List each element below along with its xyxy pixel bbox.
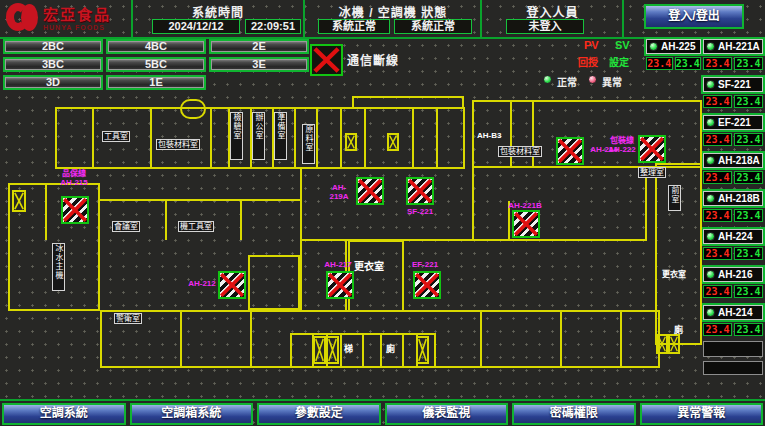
empty-unit-slot [703, 361, 763, 375]
unit-led-icon [706, 118, 715, 127]
stair-x-icon [345, 133, 357, 151]
unit-values: 23.423.4 [646, 57, 701, 70]
wall [480, 311, 482, 367]
unit-led-icon [706, 80, 715, 89]
offline-unit-line1: 品保線 [62, 169, 86, 178]
unit-values: 23.423.4 [703, 323, 763, 336]
brand-name: 宏亞食品 [43, 3, 111, 24]
floor-button-2e[interactable]: 2E [209, 39, 309, 54]
pv-value: 23.4 [703, 171, 732, 184]
offline-legend-icon [310, 44, 343, 76]
room-label-packing-room2: 包裝材料室 [498, 146, 542, 157]
unit-ah-225[interactable]: AH-225 [646, 39, 701, 54]
room-label-toilet2: 廁 [674, 323, 683, 336]
offline-ahu-icon[interactable] [218, 271, 246, 299]
unit-ah-216[interactable]: AH-216 [703, 267, 763, 282]
floor-button-3bc[interactable]: 3BC [3, 57, 103, 72]
wall [362, 334, 364, 367]
nav-button-param-settings[interactable]: 參數設定 [257, 403, 381, 425]
offline-unit-line2: AH-222 [608, 145, 636, 154]
stairwell-shape [180, 99, 206, 119]
unit-label: AH-225 [661, 41, 695, 52]
abnormal-legend-label: 異常 [602, 74, 622, 89]
unit-led-icon [706, 42, 715, 51]
header-divider [303, 0, 305, 37]
offline-unit-label: AH-212 [188, 279, 216, 288]
floor-button-2bc[interactable]: 2BC [3, 39, 103, 54]
wall [380, 334, 382, 367]
chiller-status-value: 系統正常 [318, 19, 390, 34]
wall [316, 108, 318, 168]
unit-values: 23.423.4 [703, 247, 763, 260]
wall [165, 201, 167, 240]
wall [352, 96, 464, 109]
offline-ahu-icon[interactable] [326, 271, 354, 299]
floor-button-1e[interactable]: 1E [106, 75, 206, 90]
offline-ahu-icon[interactable] [556, 137, 584, 165]
sv-value: 23.4 [734, 95, 763, 108]
wall [364, 108, 366, 168]
sv-value: 23.4 [734, 323, 763, 336]
unit-ah-218a[interactable]: AH-218A [703, 153, 763, 168]
login-user-label: 登入人員 [483, 3, 622, 20]
normal-legend-label: 正常 [557, 74, 577, 89]
offline-unit-line1: SF-221 [407, 207, 433, 216]
normal-led-icon [543, 75, 552, 84]
unit-ef-221[interactable]: EF-221 [703, 115, 763, 130]
wall [560, 311, 562, 367]
room-label-chiller-room: 冰水主機 [52, 243, 65, 291]
floor-button-3e[interactable]: 3E [209, 57, 309, 72]
abnormal-led-icon [588, 75, 597, 84]
header-divider [622, 0, 624, 37]
stair-x-icon [387, 133, 399, 151]
unit-values: 23.423.4 [703, 171, 763, 184]
nav-button-ac-system[interactable]: 空調系統 [2, 403, 126, 425]
offline-unit-label: AH-217 [320, 260, 356, 269]
unit-ah-218b[interactable]: AH-218B [703, 191, 763, 206]
room-label-strip3: 準備室 [274, 112, 287, 160]
nav-button-ahu-system[interactable]: 空調箱系統 [130, 403, 254, 425]
wall [45, 184, 47, 240]
offline-ahu-icon[interactable] [406, 177, 434, 205]
hmi-screen: 宏亞食品 HUNYA FOODS 系統時間 2024/12/12 22:09:5… [0, 0, 765, 426]
offline-ahu-icon[interactable] [512, 210, 540, 238]
floor-button-5bc[interactable]: 5BC [106, 57, 206, 72]
unit-values: 23.423.4 [703, 95, 763, 108]
unit-ah-214[interactable]: AH-214 [703, 305, 763, 320]
unit-label: AH-218A [718, 155, 760, 166]
unit-ah-221a[interactable]: AH-221A [703, 39, 763, 54]
sv-value: 23.4 [675, 57, 702, 70]
nav-button-alarm[interactable]: 異常警報 [640, 403, 764, 425]
system-clock-value: 22:09:51 [245, 19, 301, 34]
unit-sf-221[interactable]: SF-221 [703, 77, 763, 92]
wall [348, 240, 404, 312]
stair-x-icon [326, 336, 339, 364]
unit-led-icon [706, 156, 715, 165]
pv-value: 23.4 [703, 247, 732, 260]
wall [412, 108, 414, 168]
offline-ahu-icon[interactable] [356, 177, 384, 205]
offline-unit-line1: AH-221B [508, 201, 541, 210]
offline-unit-label: AH-219A [324, 183, 354, 201]
header-divider [131, 0, 133, 37]
system-time-label: 系統時間 [134, 3, 302, 20]
room-label-meeting-room: 會議室 [112, 221, 140, 232]
footer-top-line [0, 399, 765, 401]
pv-value: 23.4 [703, 323, 732, 336]
offline-ahu-icon[interactable] [413, 271, 441, 299]
unit-ah-224[interactable]: AH-224 [703, 229, 763, 244]
login-logout-button[interactable]: 登入/登出 [644, 4, 744, 29]
offline-ahu-icon[interactable] [638, 135, 666, 163]
unit-label: AH-218B [718, 193, 760, 204]
room-label-packing-room: 包裝材料室 [156, 139, 200, 150]
floor-button-3d[interactable]: 3D [3, 75, 103, 90]
wall [294, 108, 296, 168]
offline-ahu-icon[interactable] [61, 196, 89, 224]
floor-button-4bc[interactable]: 4BC [106, 39, 206, 54]
offline-unit-label: 品保線 AH-215 [50, 169, 98, 187]
nav-button-meter-monitor[interactable]: 儀表監視 [385, 403, 509, 425]
unit-led-icon [706, 308, 715, 317]
wall [150, 108, 152, 168]
nav-button-password-auth[interactable]: 密碼權限 [512, 403, 636, 425]
pv-value: 23.4 [703, 133, 732, 146]
